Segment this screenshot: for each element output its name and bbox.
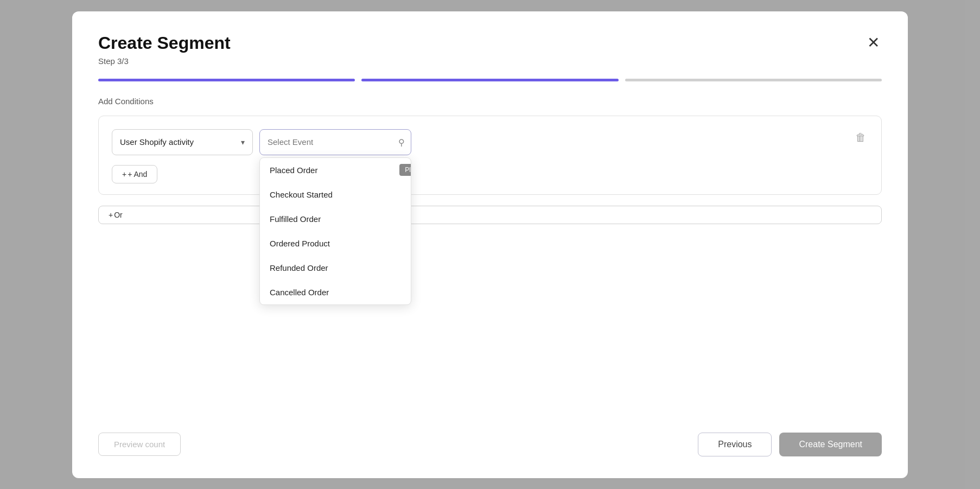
search-icon: ⚲ [398,137,405,147]
progress-bar [98,79,882,81]
activity-select[interactable]: User Shopify activity ▾ [112,129,253,155]
dropdown-item-refunded-order[interactable]: Refunded Order [260,256,411,280]
activity-select-label: User Shopify activity [120,137,194,147]
event-select-container: ⚲ Placed Order Placed Order Checkout Sta… [259,129,411,155]
delete-condition-button[interactable]: 🗑 [853,129,868,146]
modal-title: Create Segment [98,33,231,53]
delete-icon: 🗑 [855,131,866,143]
or-button[interactable]: + Or [98,206,882,224]
modal-title-group: Create Segment Step 3/3 [98,33,231,66]
dropdown-item-placed-order[interactable]: Placed Order Placed Order [260,158,411,182]
event-select-input[interactable] [259,129,411,155]
and-plus-icon: + [122,170,126,179]
section-label: Add Conditions [98,97,882,106]
condition-row: User Shopify activity ▾ ⚲ Placed Order P… [112,129,868,155]
condition-group: User Shopify activity ▾ ⚲ Placed Order P… [98,116,882,195]
or-label: Or [114,211,123,219]
progress-segment-2 [361,79,618,81]
close-button[interactable]: ✕ [865,33,882,53]
footer: Preview count Previous Create Segment [98,416,882,456]
dropdown-item-fulfilled-order[interactable]: Fulfilled Order [260,207,411,231]
progress-segment-1 [98,79,355,81]
dropdown-item-checkout-started[interactable]: Checkout Started [260,182,411,207]
event-dropdown-menu: Placed Order Placed Order Checkout Start… [259,157,411,305]
previous-button[interactable]: Previous [698,433,772,456]
chevron-down-icon: ▾ [241,138,245,147]
and-label: + And [128,170,147,179]
progress-segment-3 [625,79,882,81]
dropdown-item-ordered-product[interactable]: Ordered Product [260,231,411,256]
preview-count-button[interactable]: Preview count [98,433,181,456]
and-button[interactable]: + + And [112,165,157,183]
footer-right: Previous Create Segment [698,433,882,456]
modal-step: Step 3/3 [98,56,231,66]
or-plus-icon: + [109,211,113,219]
modal-header: Create Segment Step 3/3 ✕ [98,33,882,66]
create-segment-button[interactable]: Create Segment [779,433,882,456]
placed-order-tooltip: Placed Order [399,164,411,176]
modal-overlay: Create Segment Step 3/3 ✕ Add Conditions… [0,0,980,489]
modal-container: Create Segment Step 3/3 ✕ Add Conditions… [72,11,908,478]
dropdown-item-cancelled-order[interactable]: Cancelled Order [260,280,411,304]
